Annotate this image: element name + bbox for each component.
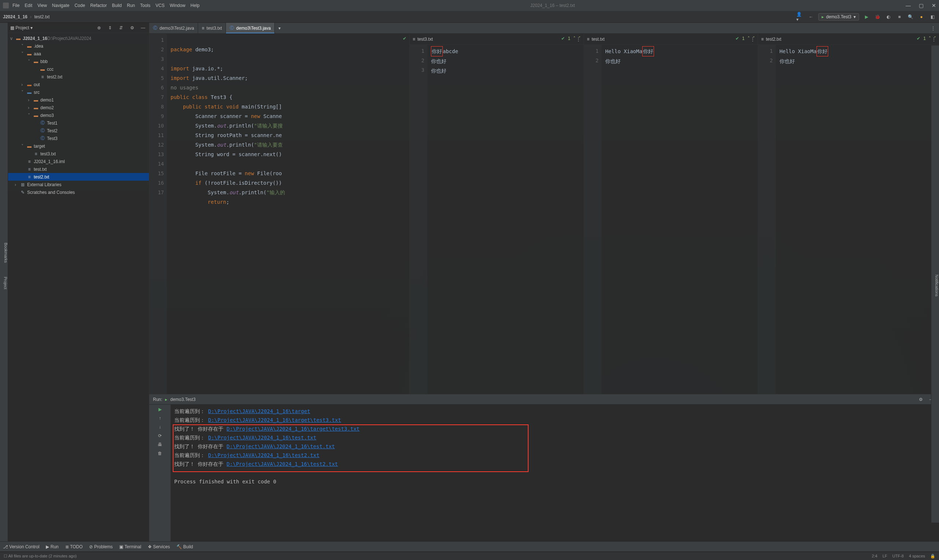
tree-node[interactable]: ⒸTest1 <box>8 119 149 127</box>
menu-help[interactable]: Help <box>190 3 199 8</box>
menu-vcs[interactable]: VCS <box>156 3 165 8</box>
tree-node[interactable]: ›▬out <box>8 81 149 88</box>
run-configuration-selector[interactable]: ▸ demo3.Test3 ▾ <box>818 13 859 20</box>
pane4-tab-label[interactable]: test2.txt <box>766 37 781 42</box>
menu-edit[interactable]: Edit <box>25 3 32 8</box>
next-match-icon[interactable]: ˅ <box>578 36 581 41</box>
prev-match-icon[interactable]: ˄ <box>748 36 750 41</box>
minimize-icon[interactable]: — <box>906 3 911 8</box>
maximize-icon[interactable]: ▢ <box>919 3 924 8</box>
run-console[interactable]: 当前遍历到： D:\Project\JAVA\J2024_1_16\target… <box>171 405 939 541</box>
run-settings-icon[interactable]: ⚙ <box>917 396 924 403</box>
readonly-lock-icon[interactable]: 🔒 <box>930 554 935 558</box>
project-tree[interactable]: v▬J2024_1_16 D:\Project\JAVA\J2024˅▬.ide… <box>8 33 149 541</box>
project-tool-tab[interactable]: Project <box>3 277 8 289</box>
tree-node[interactable]: ▬ccc <box>8 65 149 73</box>
stop-icon[interactable]: ■ <box>896 13 903 20</box>
tree-node[interactable]: ≡test3.txt <box>8 150 149 158</box>
menu-build[interactable]: Build <box>112 3 122 8</box>
debug-icon[interactable]: 🐞 <box>874 13 881 20</box>
left-tool-stripe[interactable]: Project <box>0 23 8 541</box>
project-view-selector[interactable]: ▦ Project ▾ <box>10 25 32 31</box>
main-menu[interactable]: File Edit View Navigate Code Refactor Bu… <box>12 3 199 8</box>
ide-updates-icon[interactable]: ● <box>918 13 925 20</box>
back-icon[interactable]: ← <box>807 13 815 20</box>
collapse-all-icon[interactable]: ⇵ <box>117 24 125 32</box>
next-match-icon[interactable]: ˅ <box>934 36 936 41</box>
hide-icon[interactable]: — <box>139 24 147 32</box>
file-encoding[interactable]: UTF-8 <box>893 554 904 558</box>
tree-node[interactable]: ˅▬bbb <box>8 57 149 65</box>
menu-run[interactable]: Run <box>127 3 135 8</box>
tool-todo[interactable]: ≣ TODO <box>65 544 83 549</box>
menu-tools[interactable]: Tools <box>140 3 150 8</box>
tree-node[interactable]: ✎Scratches and Consoles <box>8 188 149 196</box>
toolbox-icon[interactable]: ◧ <box>929 13 936 20</box>
editor-tab-test3txt[interactable]: ≡test3.txt <box>198 23 226 33</box>
tree-node[interactable]: ›▬demo1 <box>8 96 149 104</box>
stop-run-icon[interactable]: ↑ <box>159 415 161 421</box>
menu-code[interactable]: Code <box>74 3 85 8</box>
tree-node[interactable]: ≡test2.txt <box>8 73 149 81</box>
tool-build[interactable]: 🔨 Build <box>176 544 193 549</box>
bottom-tool-stripe[interactable]: ⎇ Version Control ▶ Run ≣ TODO ⊘ Problem… <box>0 541 939 552</box>
tree-node[interactable]: ≡J2024_1_16.iml <box>8 158 149 165</box>
soft-wrap-icon[interactable]: ⟳ <box>158 433 162 438</box>
tree-node[interactable]: ›⊞External Libraries <box>8 181 149 188</box>
tree-node[interactable]: ≡test.txt <box>8 165 149 173</box>
pane3-tab-label[interactable]: test.txt <box>592 37 604 42</box>
tree-node[interactable]: ˅▬aaa <box>8 50 149 57</box>
indent-setting[interactable]: 4 spaces <box>909 554 925 558</box>
down-icon[interactable]: ↓ <box>159 425 161 429</box>
tree-node[interactable]: ≡test2.txt <box>8 173 149 181</box>
text-editor[interactable]: 12 Hello XiaoMa你好 你也好 <box>584 45 758 394</box>
settings-icon[interactable]: ⚙ <box>128 24 136 32</box>
notifications-tab[interactable]: Notifications <box>934 274 939 297</box>
tree-node[interactable]: ⒸTest3 <box>8 134 149 142</box>
tool-run[interactable]: ▶ Run <box>46 544 58 549</box>
editor-tabs[interactable]: Ⓒdemo3\Test2.java ≡test3.txt Ⓒdemo3\Test… <box>149 23 939 34</box>
close-icon[interactable]: ✕ <box>932 3 936 8</box>
search-icon[interactable]: 🔍 <box>907 13 914 20</box>
right-tool-stripe[interactable]: Notifications <box>931 45 939 523</box>
coverage-icon[interactable]: ◐ <box>885 13 892 20</box>
tree-node[interactable]: ˅▬.idea <box>8 42 149 50</box>
prev-match-icon[interactable]: ˄ <box>929 36 931 41</box>
editor-tab-test3java[interactable]: Ⓒdemo3\Test3.java <box>226 23 275 33</box>
code-editor[interactable]: 1234567891011121314151617 package demo3;… <box>149 34 409 394</box>
menu-navigate[interactable]: Navigate <box>52 3 69 8</box>
bookmarks-tool-tab[interactable]: Bookmarks <box>4 243 8 263</box>
select-opened-file-icon[interactable]: ⊕ <box>96 24 103 32</box>
user-icon[interactable]: 👤▾ <box>796 13 804 20</box>
tree-node[interactable]: ⒸTest2 <box>8 127 149 134</box>
menu-window[interactable]: Window <box>170 3 186 8</box>
next-match-icon[interactable]: ˅ <box>752 36 755 41</box>
text-editor[interactable]: 12 Hello XiaoMa你好 你也好 <box>758 45 939 394</box>
run-target[interactable]: demo3.Test3 <box>170 397 196 402</box>
trash-icon[interactable]: 🗑 <box>158 451 162 456</box>
tree-node[interactable]: ˅▬demo3 <box>8 111 149 119</box>
print-icon[interactable]: 🖶 <box>158 442 162 447</box>
pane2-tab-label[interactable]: test3.txt <box>418 37 433 42</box>
caret-position[interactable]: 2:4 <box>872 554 877 558</box>
menu-file[interactable]: File <box>12 3 19 8</box>
tool-problems[interactable]: ⊘ Problems <box>89 544 113 549</box>
tree-node[interactable]: ›▬demo2 <box>8 104 149 111</box>
tab-options-icon[interactable]: ⋮ <box>927 23 939 33</box>
breadcrumb-file[interactable]: test2.txt <box>34 14 49 19</box>
menu-view[interactable]: View <box>37 3 47 8</box>
expand-all-icon[interactable]: ⇕ <box>106 24 114 32</box>
tab-dropdown[interactable]: ▾ <box>275 23 284 33</box>
prev-match-icon[interactable]: ˄ <box>573 36 575 41</box>
run-toolbar[interactable]: ▶ ↑ ↓ ⟳ 🖶 🗑 <box>149 405 171 541</box>
text-editor[interactable]: 123 你好abcde 你也好 你也好 <box>410 45 584 394</box>
rerun-icon[interactable]: ▶ <box>159 407 162 412</box>
tool-version-control[interactable]: ⎇ Version Control <box>3 544 39 549</box>
tree-root[interactable]: v▬J2024_1_16 D:\Project\JAVA\J2024 <box>8 34 149 42</box>
tool-terminal[interactable]: ▣ Terminal <box>119 544 141 549</box>
line-separator[interactable]: LF <box>882 554 887 558</box>
tree-node[interactable]: ˅▬target <box>8 142 149 150</box>
run-icon[interactable]: ▶ <box>863 13 870 20</box>
tool-services[interactable]: ❖ Services <box>148 544 170 549</box>
breadcrumb-root[interactable]: J2024_1_16 <box>3 14 28 19</box>
